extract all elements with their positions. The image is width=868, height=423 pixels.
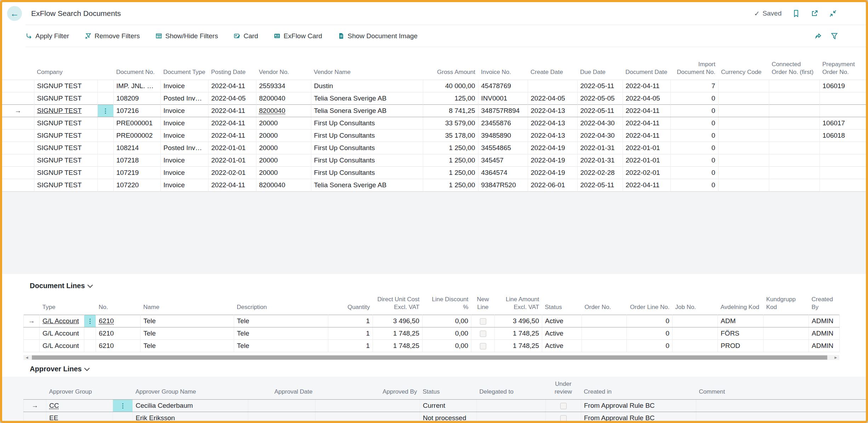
selected-row-arrow-icon[interactable]: → xyxy=(2,105,34,117)
scroll-left-arrow-icon[interactable]: ◀ xyxy=(23,355,30,360)
cell-gross-amount[interactable]: 33 579,00 xyxy=(423,117,478,130)
cell-vendor-no[interactable]: 8200040 xyxy=(256,105,311,117)
cell-order-no[interactable] xyxy=(582,340,627,352)
cell-connected-order-no[interactable] xyxy=(769,167,819,179)
col-job-no[interactable]: Job No. xyxy=(673,295,718,315)
cell-document-type[interactable]: Invoice xyxy=(160,130,208,142)
col-due-date[interactable]: Due Date xyxy=(577,56,623,80)
filter-icon[interactable] xyxy=(830,32,838,40)
table-row[interactable]: SIGNUP TEST108214Posted Invoice2022-01-0… xyxy=(2,142,866,154)
under-review-checkbox[interactable] xyxy=(546,412,581,423)
col-create-date[interactable]: Create Date xyxy=(528,56,577,80)
cell-line-amount[interactable]: 3 496,50 xyxy=(495,315,542,327)
cell-import-document-no[interactable]: 0 xyxy=(670,117,718,130)
cell-kundgrupp-kod[interactable] xyxy=(764,327,809,340)
cell-gross-amount[interactable]: 35 178,00 xyxy=(423,130,478,142)
row-menu-cell[interactable] xyxy=(84,327,96,340)
apply-filter-button[interactable]: Apply Filter xyxy=(25,32,69,40)
col-line-discount[interactable]: Line Discount % xyxy=(422,295,471,315)
new-line-checkbox[interactable] xyxy=(480,331,486,337)
cell-document-no[interactable]: 107220 xyxy=(113,179,160,192)
cell-currency-code[interactable] xyxy=(718,92,769,105)
table-row[interactable]: SIGNUP TEST107218Invoice2022-01-0120000F… xyxy=(2,154,866,167)
cell-prepayment-order-no[interactable] xyxy=(819,167,866,179)
cell-description[interactable]: Tele xyxy=(234,340,328,352)
cell-gross-amount[interactable]: 1 250,00 xyxy=(423,167,478,179)
cell-line-discount[interactable]: 0,00 xyxy=(422,327,471,340)
cell-invoice-no[interactable]: 348757R894 xyxy=(478,105,528,117)
cell-import-document-no[interactable]: 0 xyxy=(670,154,718,167)
cell-document-type[interactable]: Posted Invoice xyxy=(160,142,208,154)
cell-vendor-name[interactable]: Telia Sonera Sverige AB xyxy=(311,105,423,117)
cell-approver-group-name[interactable]: Erik Eriksson xyxy=(133,412,248,423)
cell-invoice-no[interactable]: 39485890 xyxy=(478,130,528,142)
col-quantity[interactable]: Quantity xyxy=(328,295,373,315)
cell-import-document-no[interactable]: 0 xyxy=(670,92,718,105)
cell-document-type[interactable]: Invoice xyxy=(160,117,208,130)
cell-currency-code[interactable] xyxy=(718,154,769,167)
row-menu-cell[interactable] xyxy=(97,154,113,167)
cell-company[interactable]: SIGNUP TEST xyxy=(34,167,97,179)
under-review-checkbox[interactable] xyxy=(560,403,567,409)
col-delegated-to[interactable]: Delegated to xyxy=(477,377,546,400)
col-invoice-no[interactable]: Invoice No. xyxy=(478,56,528,80)
row-selector[interactable] xyxy=(24,340,40,352)
cell-prepayment-order-no[interactable] xyxy=(819,105,866,117)
cell-invoice-no[interactable]: 345457 xyxy=(478,154,528,167)
cell-currency-code[interactable] xyxy=(718,167,769,179)
cell-create-date[interactable]: 2022-04-19 xyxy=(528,142,577,154)
row-menu-cell[interactable] xyxy=(97,80,113,92)
cell-order-line-no[interactable]: 0 xyxy=(627,315,673,327)
cell-prepayment-order-no[interactable] xyxy=(819,154,866,167)
cell-type[interactable]: G/L Account xyxy=(40,340,84,352)
cell-invoice-no[interactable]: INV0001 xyxy=(478,92,528,105)
cell-line-discount[interactable]: 0,00 xyxy=(422,315,471,327)
approver-lines-heading[interactable]: Approver Lines xyxy=(30,365,866,373)
cell-posting-date[interactable]: 2022-04-11 xyxy=(208,105,256,117)
cell-import-document-no[interactable]: 0 xyxy=(670,142,718,154)
col-order-line-no[interactable]: Order Line No. xyxy=(627,295,673,315)
horizontal-scrollbar[interactable]: ◀ ▶ xyxy=(23,355,839,360)
cell-prepayment-order-no[interactable]: 106018 xyxy=(819,130,866,142)
cell-order-line-no[interactable]: 0 xyxy=(627,327,673,340)
col-currency-code[interactable]: Currency Code xyxy=(718,56,769,80)
cell-due-date[interactable]: 2022-01-31 xyxy=(577,142,623,154)
cell-document-type[interactable]: Invoice xyxy=(160,105,208,117)
under-review-checkbox[interactable] xyxy=(560,415,567,422)
cell-company[interactable]: SIGNUP TEST xyxy=(34,117,97,130)
cell-document-type[interactable]: Invoice xyxy=(160,167,208,179)
col-vendor-no[interactable]: Vendor No. xyxy=(256,56,311,80)
col-approver-group[interactable]: Approver Group xyxy=(46,377,113,400)
cell-import-document-no[interactable]: 0 xyxy=(670,130,718,142)
cell-currency-code[interactable] xyxy=(718,105,769,117)
open-in-new-window-icon[interactable] xyxy=(811,10,818,17)
cell-created-by[interactable]: ADMIN xyxy=(809,340,840,352)
cell-description[interactable]: Tele xyxy=(234,315,328,327)
cell-no[interactable]: 6210 xyxy=(96,327,141,340)
card-button[interactable]: Card xyxy=(234,32,258,40)
col-document-type[interactable]: Document Type xyxy=(160,56,208,80)
cell-import-document-no[interactable]: 7 xyxy=(670,80,718,92)
cell-posting-date[interactable]: 2022-04-11 xyxy=(208,130,256,142)
cell-create-date[interactable]: 2022-04-13 xyxy=(528,117,577,130)
cell-create-date[interactable]: 2022-04-13 xyxy=(528,105,577,117)
cell-document-type[interactable]: Posted Invoice xyxy=(160,92,208,105)
cell-due-date[interactable]: 2022-05-11 xyxy=(577,80,623,92)
cell-created-by[interactable]: ADMIN xyxy=(809,327,840,340)
col-document-no[interactable]: Document No. xyxy=(113,56,160,80)
row-selector[interactable] xyxy=(2,92,34,105)
cell-vendor-no[interactable]: 8200040 xyxy=(256,92,311,105)
cell-currency-code[interactable] xyxy=(718,117,769,130)
cell-type[interactable]: G/L Account xyxy=(40,327,84,340)
table-row[interactable]: G/L Account6210TeleTele11 748,250,001 74… xyxy=(24,327,840,340)
cell-vendor-no[interactable]: 20000 xyxy=(256,142,311,154)
cell-currency-code[interactable] xyxy=(718,142,769,154)
cell-company[interactable]: SIGNUP TEST xyxy=(34,142,97,154)
col-connected-order-no[interactable]: Connected Order No. (first) xyxy=(769,56,819,80)
scroll-right-arrow-icon[interactable]: ▶ xyxy=(832,355,839,360)
cell-approved-by[interactable] xyxy=(316,400,420,412)
cell-connected-order-no[interactable] xyxy=(769,80,819,92)
cell-due-date[interactable]: 2022-04-30 xyxy=(577,117,623,130)
cell-document-date[interactable]: 2022-04-11 xyxy=(623,179,670,192)
row-menu-cell[interactable] xyxy=(113,412,133,423)
